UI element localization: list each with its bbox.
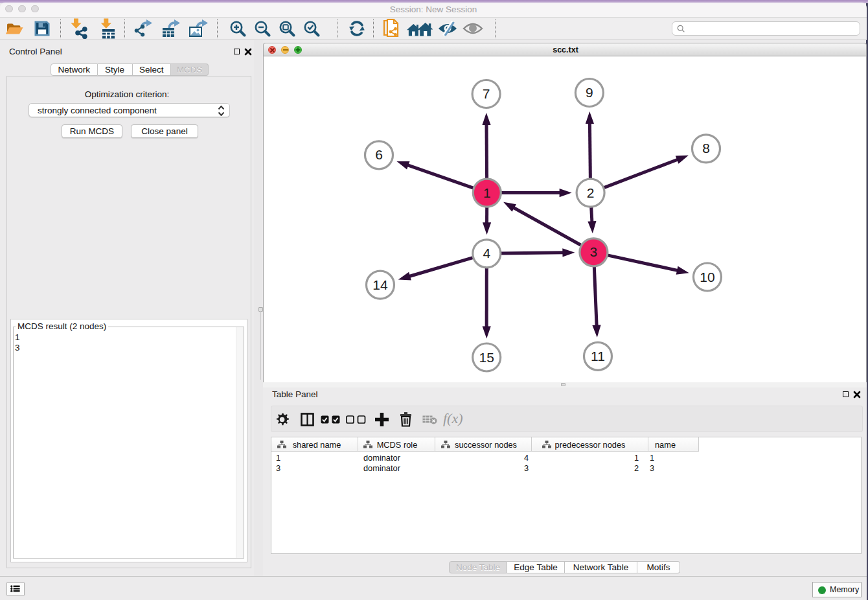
svg-text:14: 14: [372, 277, 388, 292]
svg-text:9: 9: [586, 85, 593, 100]
svg-text:4: 4: [483, 246, 490, 260]
svg-text:7: 7: [483, 86, 490, 101]
svg-text:8: 8: [702, 141, 710, 156]
svg-text:6: 6: [375, 147, 383, 162]
svg-text:10: 10: [700, 270, 714, 284]
svg-text:15: 15: [479, 350, 494, 365]
svg-text:1: 1: [483, 185, 491, 200]
svg-text:3: 3: [590, 244, 598, 259]
svg-text:2: 2: [587, 185, 595, 200]
svg-text:11: 11: [591, 349, 605, 363]
